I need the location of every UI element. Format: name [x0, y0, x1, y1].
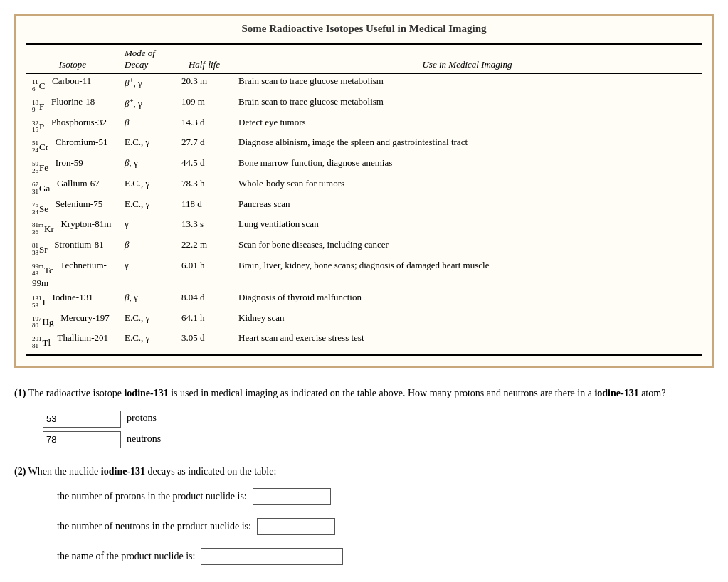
- isotope-mode: E.C., γ: [119, 176, 176, 197]
- question-2: (2) When the nuclide iodine-131 decays a…: [14, 464, 714, 565]
- isotope-symbol: 6731Ga Gallium-67: [26, 176, 119, 197]
- isotope-mode: γ: [119, 217, 176, 238]
- isotope-use: Diagnosis of thyroid malfunction: [233, 290, 702, 311]
- isotope-use: Heart scan and exercise stress test: [233, 331, 702, 355]
- sub-q1-text: the number of protons in the product nuc…: [57, 489, 247, 504]
- isotope-halflife: 44.5 d: [176, 156, 233, 176]
- protons-label: protons: [127, 411, 157, 426]
- isotope-halflife: 6.01 h: [176, 258, 233, 290]
- isotope-halflife: 13.3 s: [176, 217, 233, 238]
- table-row: 81m36Kr Krypton-81m γ 13.3 s Lung ventil…: [26, 217, 702, 238]
- table-row: 19780Hg Mercury-197 E.C., γ 64.1 h Kidne…: [26, 311, 702, 332]
- isotope-symbol: 5124Cr Chromium-51: [26, 135, 119, 156]
- isotope-mode: β+, γ: [119, 74, 176, 95]
- table-row: 5124Cr Chromium-51 E.C., γ 27.7 d Diagno…: [26, 135, 702, 156]
- col-header-halflife: Half-life: [176, 44, 233, 74]
- sub-q2-text: the number of neutrons in the product nu…: [57, 519, 251, 534]
- isotope-mode: E.C., γ: [119, 331, 176, 355]
- isotope-use: Pancreas scan: [233, 197, 702, 218]
- isotope-halflife: 3.05 d: [176, 331, 233, 355]
- question-2-text: (2) When the nuclide iodine-131 decays a…: [14, 464, 714, 480]
- neutrons-input[interactable]: [43, 431, 121, 448]
- isotope-use: Whole-body scan for tumors: [233, 176, 702, 197]
- neutrons-label: neutrons: [127, 431, 161, 447]
- isotope-mode: E.C., γ: [119, 197, 176, 218]
- isotope-mode: E.C., γ: [119, 311, 176, 332]
- isotope-symbol: 20181Tl Thallium-201: [26, 331, 119, 355]
- isotope-symbol: 99m43Tc Technetium-99m: [26, 258, 119, 290]
- table-row: 7534Se Selenium-75 E.C., γ 118 d Pancrea…: [26, 197, 702, 218]
- isotope-symbol: 19780Hg Mercury-197: [26, 311, 119, 332]
- sub-question-2: the number of neutrons in the product nu…: [57, 518, 714, 535]
- table-row: 13153I Iodine-131 β, γ 8.04 d Diagnosis …: [26, 290, 702, 311]
- isotope-symbol: 13153I Iodine-131: [26, 290, 119, 311]
- col-header-use: Use in Medical Imaging: [233, 44, 702, 74]
- sub-q3-text: the name of the product nuclide is:: [57, 549, 195, 564]
- isotope-use: Diagnose albinism, image the spleen and …: [233, 135, 702, 156]
- isotope-use: Kidney scan: [233, 311, 702, 332]
- isotope-use: Lung ventilation scan: [233, 217, 702, 238]
- isotope-use: Scan for bone diseases, including cancer: [233, 238, 702, 258]
- isotope-mode: β: [119, 115, 176, 136]
- question-1-text: (1) The radioactive isotope iodine-131 i…: [14, 386, 714, 401]
- isotope-mode: E.C., γ: [119, 135, 176, 156]
- isotope-halflife: 109 m: [176, 95, 233, 115]
- isotope-halflife: 118 d: [176, 197, 233, 218]
- isotope-symbol: 8138Sr Strontium-81: [26, 238, 119, 258]
- isotope-halflife: 27.7 d: [176, 135, 233, 156]
- col-header-isotope: Isotope: [26, 44, 119, 74]
- isotope-halflife: 14.3 d: [176, 115, 233, 136]
- table-row: 99m43Tc Technetium-99m γ 6.01 h Brain, l…: [26, 258, 702, 290]
- isotope-table-container: Some Radioactive Isotopes Useful in Medi…: [14, 14, 714, 368]
- isotope-mode: γ: [119, 258, 176, 290]
- isotope-symbol: 116C Carbon-11: [26, 74, 119, 95]
- isotope-halflife: 22.2 m: [176, 238, 233, 258]
- table-row: 189F Fluorine-18 β+, γ 109 m Brain scan …: [26, 95, 702, 115]
- isotope-mode: β, γ: [119, 290, 176, 311]
- isotope-symbol: 3215P Phosphorus-32: [26, 115, 119, 136]
- sub-question-3: the name of the product nuclide is:: [57, 548, 714, 565]
- isotope-use: Bone marrow function, diagnose anemias: [233, 156, 702, 176]
- isotope-use: Brain scan to trace glucose metabolism: [233, 95, 702, 115]
- isotope-use: Brain scan to trace glucose metabolism: [233, 74, 702, 95]
- isotope-table: Isotope Mode ofDecay Half-life Use in Me…: [26, 43, 702, 356]
- isotope-mode: β+, γ: [119, 95, 176, 115]
- table-row: 116C Carbon-11 β+, γ 20.3 m Brain scan t…: [26, 74, 702, 95]
- table-row: 6731Ga Gallium-67 E.C., γ 78.3 h Whole-b…: [26, 176, 702, 197]
- isotope-symbol: 81m36Kr Krypton-81m: [26, 217, 119, 238]
- col-header-mode: Mode ofDecay: [119, 44, 176, 74]
- protons-input[interactable]: [43, 411, 121, 428]
- question-1: (1) The radioactive isotope iodine-131 i…: [14, 386, 714, 448]
- isotope-halflife: 64.1 h: [176, 311, 233, 332]
- nuclide-name-input[interactable]: [201, 548, 343, 565]
- table-row: 3215P Phosphorus-32 β 14.3 d Detect eye …: [26, 115, 702, 136]
- isotope-mode: β: [119, 238, 176, 258]
- protons-row: protons: [43, 411, 714, 428]
- isotope-halflife: 8.04 d: [176, 290, 233, 311]
- isotope-use: Detect eye tumors: [233, 115, 702, 136]
- protons-product-input[interactable]: [253, 488, 331, 505]
- neutrons-row: neutrons: [43, 431, 714, 448]
- sub-question-1: the number of protons in the product nuc…: [57, 488, 714, 505]
- isotope-halflife: 20.3 m: [176, 74, 233, 95]
- table-row: 5926Fe Iron-59 β, γ 44.5 d Bone marrow f…: [26, 156, 702, 176]
- table-row: 20181Tl Thallium-201 E.C., γ 3.05 d Hear…: [26, 331, 702, 355]
- isotope-symbol: 5926Fe Iron-59: [26, 156, 119, 176]
- isotope-symbol: 7534Se Selenium-75: [26, 197, 119, 218]
- table-title: Some Radioactive Isotopes Useful in Medi…: [26, 23, 702, 35]
- table-row: 8138Sr Strontium-81 β 22.2 m Scan for bo…: [26, 238, 702, 258]
- isotope-symbol: 189F Fluorine-18: [26, 95, 119, 115]
- isotope-mode: β, γ: [119, 156, 176, 176]
- isotope-halflife: 78.3 h: [176, 176, 233, 197]
- neutrons-product-input[interactable]: [257, 518, 335, 535]
- isotope-use: Brain, liver, kidney, bone scans; diagno…: [233, 258, 702, 290]
